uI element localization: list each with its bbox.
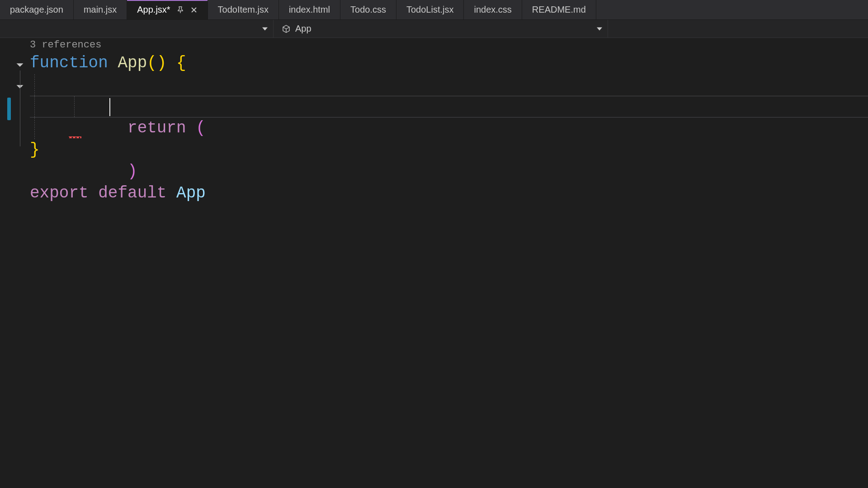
chevron-down-icon — [262, 27, 268, 30]
fold-guide — [20, 70, 20, 146]
tab-main-jsx[interactable]: main.jsx — [74, 0, 127, 19]
tab-todo-css[interactable]: Todo.css — [340, 0, 396, 19]
code-line[interactable] — [30, 96, 868, 117]
code-area[interactable]: 3 references function App() { return ( )… — [30, 38, 868, 488]
gutter — [0, 38, 30, 488]
tab-label: package.json — [10, 5, 63, 15]
cube-icon — [282, 24, 291, 33]
scope-dropdown-member[interactable]: App — [274, 20, 608, 38]
tab-todoitem-jsx[interactable]: TodoItem.jsx — [208, 0, 279, 19]
tab-readme-md[interactable]: README.md — [522, 0, 596, 19]
tab-label: TodoList.jsx — [406, 5, 454, 15]
scope-bar: App — [0, 20, 868, 38]
chevron-down-icon — [597, 27, 602, 30]
tab-index-html[interactable]: index.html — [279, 0, 340, 19]
tab-package-json[interactable]: package.json — [0, 0, 74, 19]
code-line[interactable]: export default App — [30, 183, 868, 204]
tab-app-jsx[interactable]: App.jsx* — [127, 0, 208, 19]
code-line[interactable]: function App() { — [30, 52, 868, 74]
code-editor[interactable]: 3 references function App() { return ( )… — [0, 38, 868, 488]
close-icon[interactable] — [190, 6, 198, 14]
tab-index-css[interactable]: index.css — [464, 0, 522, 19]
code-line[interactable]: ) — [30, 117, 868, 139]
tab-label: TodoItem.jsx — [218, 5, 269, 15]
tab-label: main.jsx — [84, 5, 117, 15]
change-marker — [7, 98, 11, 120]
code-line[interactable] — [30, 161, 868, 183]
tab-label: Todo.css — [350, 5, 386, 15]
scope-right-label: App — [295, 23, 311, 34]
tab-label: index.html — [289, 5, 330, 15]
tab-label: App.jsx* — [137, 5, 170, 15]
codelens-text: 3 references — [30, 39, 101, 51]
code-line[interactable]: } — [30, 139, 868, 161]
pin-icon[interactable] — [177, 6, 184, 14]
error-squiggle — [69, 136, 81, 138]
codelens-references[interactable]: 3 references — [30, 38, 868, 52]
tab-todolist-jsx[interactable]: TodoList.jsx — [396, 0, 464, 19]
scope-dropdown-scope[interactable] — [0, 20, 274, 38]
tab-label: README.md — [532, 5, 586, 15]
tab-label: index.css — [474, 5, 511, 15]
code-line[interactable]: return ( — [30, 74, 868, 96]
tab-bar: package.json main.jsx App.jsx* TodoItem.… — [0, 0, 868, 20]
